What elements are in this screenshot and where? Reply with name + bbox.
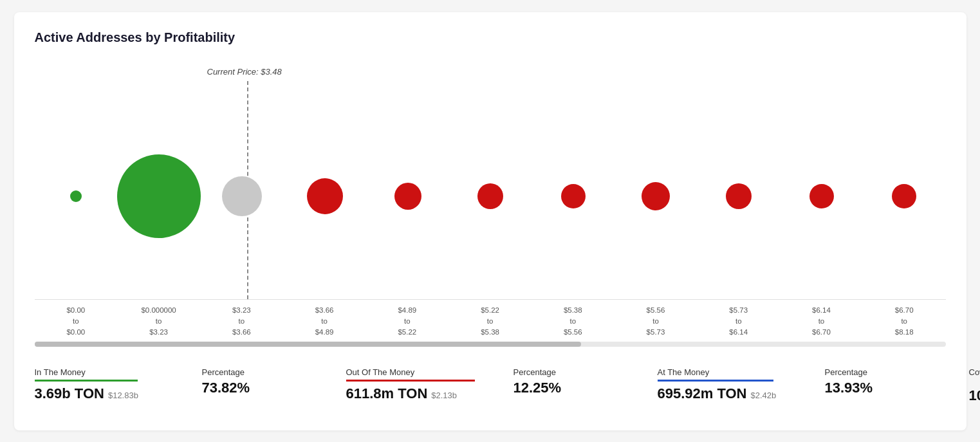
itm-pct-label: Percentage bbox=[202, 367, 279, 377]
bubble-2 bbox=[222, 176, 262, 216]
bubble-col-0 bbox=[35, 106, 118, 286]
axis-label-7: $5.56to$5.73 bbox=[615, 301, 698, 338]
out-of-the-money-block: Out Of The Money 611.8m TON $2.13b bbox=[346, 367, 513, 402]
out-of-the-money-values: 611.8m TON $2.13b bbox=[346, 385, 513, 402]
in-the-money-ton: 3.69b TON bbox=[35, 385, 104, 402]
current-price-label: Current Price: $3.48 bbox=[207, 67, 282, 77]
at-the-money-ton: 695.92m TON bbox=[658, 385, 747, 402]
itm-pct-col: Percentage 73.82% bbox=[202, 367, 279, 398]
bubble-col-1 bbox=[117, 106, 201, 286]
itm-pct-value: 73.82% bbox=[202, 380, 279, 396]
main-card: Active Addresses by Profitability Curren… bbox=[14, 12, 966, 430]
otm-pct-value: 12.25% bbox=[513, 380, 591, 396]
bubble-col-2 bbox=[201, 106, 284, 286]
bubble-3 bbox=[307, 178, 343, 214]
atm-pct-col: Percentage 13.93% bbox=[825, 367, 902, 398]
bubble-9 bbox=[809, 184, 834, 208]
coverage-value: 100.00% bbox=[969, 387, 981, 404]
bubble-col-10 bbox=[863, 106, 946, 286]
scrollbar-track[interactable] bbox=[35, 342, 946, 347]
axis-labels: $0.00to$0.00 $0.000000to$3.23 $3.23to$3.… bbox=[35, 301, 946, 338]
at-the-money-underline bbox=[658, 380, 773, 382]
axis-label-5: $5.22to$5.38 bbox=[448, 301, 532, 338]
out-of-the-money-ton: 611.8m TON bbox=[346, 385, 428, 402]
bubble-10 bbox=[892, 184, 916, 208]
axis-label-1: $0.000000to$3.23 bbox=[117, 301, 200, 338]
bubble-col-6 bbox=[532, 106, 615, 286]
axis-label-2: $3.23to$3.66 bbox=[200, 301, 283, 338]
bubble-0 bbox=[70, 190, 82, 202]
bubble-col-5 bbox=[449, 106, 532, 286]
axis-label-3: $3.66to$4.89 bbox=[283, 301, 366, 338]
out-of-the-money-underline bbox=[346, 380, 475, 382]
bubble-col-7 bbox=[615, 106, 698, 286]
bubble-6 bbox=[561, 184, 586, 208]
in-the-money-label: In The Money bbox=[35, 367, 202, 377]
at-the-money-usd: $2.42b bbox=[751, 391, 777, 400]
bubble-8 bbox=[726, 183, 752, 209]
at-the-money-values: 695.92m TON $2.42b bbox=[658, 385, 825, 402]
bubbles-row bbox=[35, 106, 946, 286]
bubble-col-3 bbox=[284, 106, 367, 286]
coverage-col: Coverage 100.00% bbox=[969, 367, 981, 404]
at-the-money-block: At The Money 695.92m TON $2.42b bbox=[658, 367, 825, 402]
chart-area: Current Price: $3.48 bbox=[35, 55, 946, 300]
bubble-col-4 bbox=[366, 106, 449, 286]
bubble-col-8 bbox=[698, 106, 781, 286]
otm-pct-col: Percentage 12.25% bbox=[513, 367, 591, 398]
axis-label-4: $4.89to$5.22 bbox=[365, 301, 448, 338]
atm-pct-value: 13.93% bbox=[825, 380, 902, 396]
axis-label-9: $6.14to$6.70 bbox=[780, 301, 863, 338]
axis-label-0: $0.00to$0.00 bbox=[35, 301, 118, 338]
in-the-money-block: In The Money 3.69b TON $12.83b bbox=[35, 367, 202, 402]
out-of-the-money-usd: $2.13b bbox=[431, 391, 457, 400]
at-the-money-label: At The Money bbox=[658, 367, 825, 377]
axis-label-6: $5.38to$5.56 bbox=[532, 301, 615, 338]
bubble-4 bbox=[394, 183, 421, 210]
legend-section: In The Money 3.69b TON $12.83b Percentag… bbox=[35, 367, 946, 406]
in-the-money-values: 3.69b TON $12.83b bbox=[35, 385, 202, 402]
in-the-money-underline bbox=[35, 380, 138, 382]
bubble-5 bbox=[477, 183, 503, 209]
axis-label-8: $5.73to$6.14 bbox=[697, 301, 780, 338]
axis-label-10: $6.70to$8.18 bbox=[863, 301, 946, 338]
bubble-col-9 bbox=[780, 106, 863, 286]
bubble-1 bbox=[117, 154, 201, 238]
in-the-money-usd: $12.83b bbox=[108, 391, 138, 400]
atm-pct-label: Percentage bbox=[825, 367, 902, 377]
out-of-the-money-label: Out Of The Money bbox=[346, 367, 513, 377]
chart-title: Active Addresses by Profitability bbox=[35, 30, 946, 45]
otm-pct-label: Percentage bbox=[513, 367, 591, 377]
scrollbar-thumb[interactable] bbox=[35, 342, 582, 347]
coverage-label: Coverage bbox=[969, 367, 981, 377]
bubble-7 bbox=[642, 182, 670, 210]
